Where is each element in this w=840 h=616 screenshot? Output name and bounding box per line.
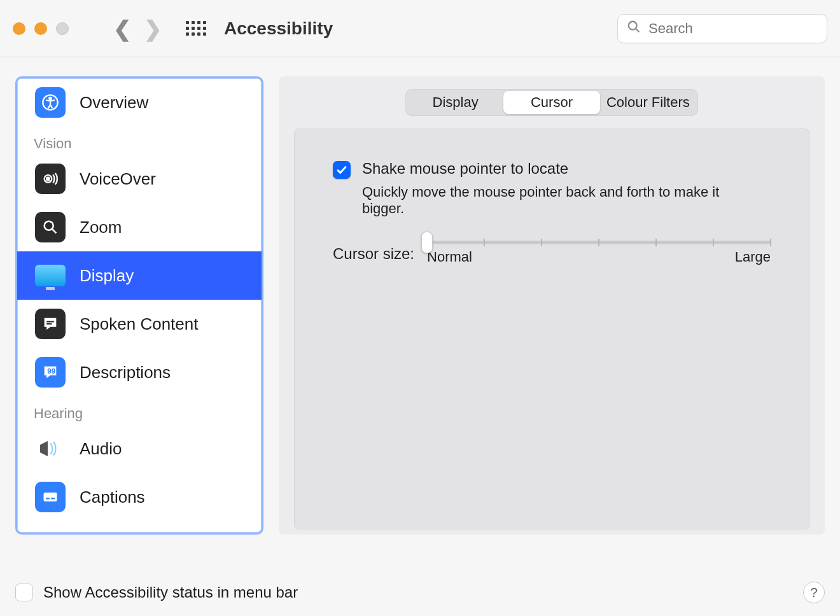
svg-point-0 bbox=[629, 21, 637, 29]
zoom-button[interactable] bbox=[56, 22, 69, 35]
svg-rect-9 bbox=[46, 323, 52, 325]
sidebar-item-spoken-content[interactable]: Spoken Content bbox=[17, 300, 262, 348]
accessibility-icon bbox=[35, 87, 66, 118]
help-button[interactable]: ? bbox=[803, 582, 825, 603]
sidebar-item-display[interactable]: Display bbox=[17, 251, 262, 300]
sidebar-item-label: Captions bbox=[80, 487, 145, 507]
show-all-icon[interactable] bbox=[186, 21, 206, 36]
cursor-size-row: Cursor size: Normal bbox=[333, 242, 771, 265]
shake-to-locate-description: Quickly move the mouse pointer back and … bbox=[362, 184, 757, 217]
sidebar-item-label: Audio bbox=[80, 439, 122, 459]
svg-rect-13 bbox=[51, 498, 55, 499]
sidebar-item-audio[interactable]: Audio bbox=[17, 424, 262, 473]
sidebar-item-descriptions[interactable]: 99 Descriptions bbox=[17, 348, 262, 396]
forward-button: ❯ bbox=[137, 16, 168, 41]
sidebar-section-hearing: Hearing bbox=[17, 396, 262, 424]
search-icon bbox=[627, 20, 641, 38]
tab-bar: Display Cursor Colour Filters bbox=[405, 89, 698, 116]
display-icon bbox=[35, 260, 66, 291]
sidebar-item-label: VoiceOver bbox=[80, 169, 156, 189]
window-controls bbox=[13, 22, 69, 35]
voiceover-icon bbox=[35, 164, 66, 194]
slider-tick bbox=[770, 239, 771, 246]
sidebar-item-label: Overview bbox=[80, 93, 148, 113]
shake-to-locate-label: Shake mouse pointer to locate bbox=[362, 160, 757, 178]
sidebar-item-label: Zoom bbox=[80, 218, 122, 237]
sidebar: Overview Vision VoiceOver Zoom Display S bbox=[15, 76, 263, 535]
detail-pane: Display Cursor Colour Filters Shake mous… bbox=[279, 76, 825, 535]
slider-max-label: Large bbox=[735, 249, 771, 265]
back-button[interactable]: ❮ bbox=[107, 16, 137, 41]
zoom-icon bbox=[35, 212, 66, 242]
svg-rect-11 bbox=[44, 493, 57, 501]
descriptions-icon: 99 bbox=[35, 357, 66, 388]
slider-min-label: Normal bbox=[427, 249, 472, 265]
svg-rect-8 bbox=[46, 321, 54, 322]
sidebar-item-voiceover[interactable]: VoiceOver bbox=[17, 155, 262, 203]
slider-tick bbox=[598, 239, 599, 246]
menubar-status-label: Show Accessibility status in menu bar bbox=[43, 584, 298, 601]
sidebar-item-label: Spoken Content bbox=[80, 314, 198, 334]
slider-tick bbox=[541, 239, 542, 246]
cursor-size-label: Cursor size: bbox=[333, 245, 414, 263]
svg-line-7 bbox=[52, 229, 57, 234]
slider-tick bbox=[655, 239, 657, 246]
sidebar-item-label: Descriptions bbox=[80, 363, 171, 382]
close-button[interactable] bbox=[13, 22, 25, 35]
tab-colour-filters[interactable]: Colour Filters bbox=[600, 91, 696, 114]
captions-icon bbox=[35, 482, 66, 512]
tab-display[interactable]: Display bbox=[407, 91, 503, 114]
sidebar-item-zoom[interactable]: Zoom bbox=[17, 203, 262, 251]
cursor-panel: Shake mouse pointer to locate Quickly mo… bbox=[294, 129, 809, 529]
slider-range-labels: Normal Large bbox=[427, 249, 771, 265]
svg-point-3 bbox=[49, 97, 52, 100]
titlebar: ❮ ❯ Accessibility bbox=[0, 0, 840, 57]
sidebar-item-label: Display bbox=[80, 266, 134, 286]
search-field[interactable] bbox=[617, 14, 827, 43]
shake-to-locate-checkbox[interactable] bbox=[333, 161, 351, 179]
shake-to-locate-text: Shake mouse pointer to locate Quickly mo… bbox=[362, 160, 757, 217]
slider-thumb[interactable] bbox=[421, 232, 433, 253]
shake-to-locate-row: Shake mouse pointer to locate Quickly mo… bbox=[333, 160, 771, 217]
spoken-content-icon bbox=[35, 309, 66, 339]
svg-rect-12 bbox=[46, 498, 50, 499]
svg-point-6 bbox=[45, 221, 53, 230]
sidebar-section-vision: Vision bbox=[17, 127, 262, 155]
sidebar-item-captions[interactable]: Captions bbox=[17, 473, 262, 521]
search-input[interactable] bbox=[647, 20, 818, 38]
minimize-button[interactable] bbox=[34, 22, 47, 35]
svg-point-5 bbox=[46, 178, 50, 181]
tab-cursor[interactable]: Cursor bbox=[503, 91, 599, 114]
slider-tick bbox=[484, 239, 485, 246]
svg-line-1 bbox=[636, 28, 640, 32]
slider-tick bbox=[713, 239, 714, 246]
menubar-status-checkbox[interactable] bbox=[15, 584, 33, 601]
window-title: Accessibility bbox=[224, 18, 333, 39]
sidebar-section-motor: Motor bbox=[17, 521, 262, 535]
audio-icon bbox=[35, 433, 66, 464]
svg-text:99: 99 bbox=[47, 367, 55, 375]
sidebar-item-overview[interactable]: Overview bbox=[17, 78, 262, 127]
content: Overview Vision VoiceOver Zoom Display S bbox=[0, 57, 840, 547]
footer: Show Accessibility status in menu bar ? bbox=[15, 582, 825, 603]
